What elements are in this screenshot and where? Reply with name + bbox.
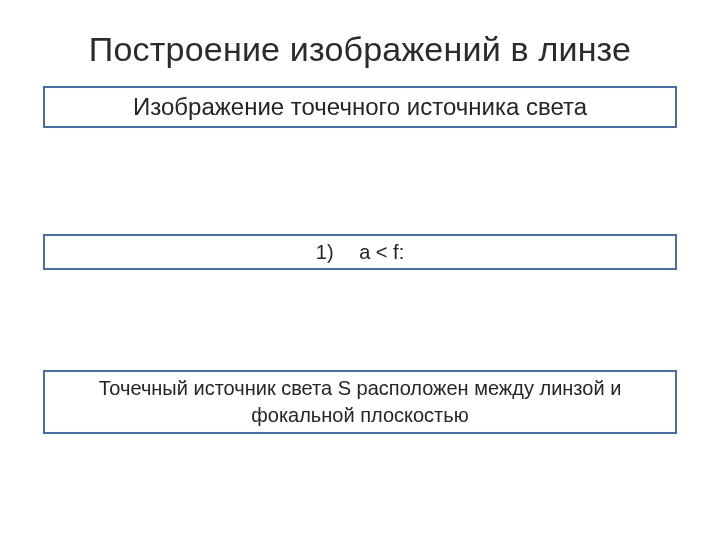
subtitle-text: Изображение точечного источника света — [133, 91, 587, 123]
description-box: Точечный источник света S расположен меж… — [43, 370, 677, 434]
condition-text: 1) a < f: — [316, 239, 404, 266]
slide: Построение изображений в линзе Изображен… — [0, 0, 720, 540]
description-text: Точечный источник света S расположен меж… — [57, 375, 663, 429]
condition-box: 1) a < f: — [43, 234, 677, 270]
subtitle-box: Изображение точечного источника света — [43, 86, 677, 128]
slide-title: Построение изображений в линзе — [0, 30, 720, 69]
